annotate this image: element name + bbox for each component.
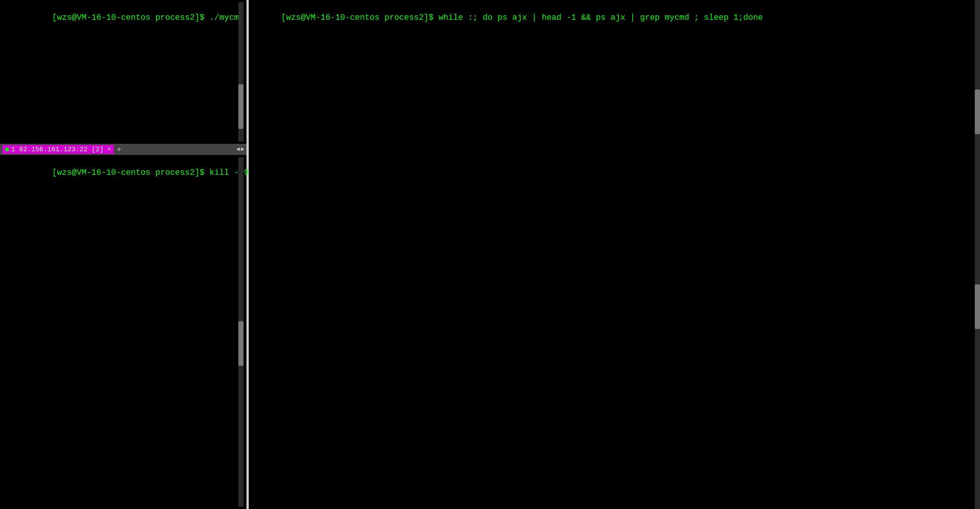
tab-active-dot — [5, 148, 9, 151]
left-top-scrollbar-thumb[interactable] — [238, 84, 243, 129]
left-bottom-terminal-text: [wzs@VM-16-10-centos process2]$ kill -19 — [3, 157, 243, 188]
tab-close-button[interactable]: × — [107, 146, 111, 153]
left-top-scrollbar[interactable] — [238, 2, 243, 142]
arrow-left-icon[interactable]: ◄ — [236, 146, 240, 153]
right-pane-scrollbar-bottom[interactable] — [975, 254, 980, 509]
left-bottom-scrollbar[interactable] — [238, 157, 243, 507]
right-pane-scrollbar-top[interactable] — [975, 0, 980, 254]
left-pane: [wzs@VM-16-10-centos process2]$ ./mycmd … — [0, 0, 249, 509]
right-pane-scrollbar-thumb-bottom[interactable] — [975, 284, 980, 329]
left-bottom-scrollbar-thumb[interactable] — [238, 321, 243, 366]
left-bottom-prompt: [wzs@VM-16-10-centos process2]$ kill -19 — [52, 168, 254, 177]
tab-add-button[interactable]: + — [115, 145, 123, 154]
left-top-terminal-text: [wzs@VM-16-10-centos process2]$ ./mycmd — [3, 2, 243, 34]
left-top-prompt: [wzs@VM-16-10-centos process2]$ ./mycmd — [52, 13, 249, 22]
tab-label: 1 82.156.161.123:22 [2] — [11, 146, 103, 153]
arrow-right-icon[interactable]: ► — [240, 146, 244, 153]
main-container: [wzs@VM-16-10-centos process2]$ ./mycmd … — [0, 0, 980, 509]
tmux-tab-bar: 1 82.156.161.123:22 [2] × + ◄ ► — [0, 144, 247, 155]
tmux-nav-arrows: ◄ ► — [236, 146, 244, 153]
right-pane-scrollbar-thumb-top[interactable] — [975, 89, 980, 134]
right-pane[interactable]: [wzs@VM-16-10-centos process2]$ while :;… — [249, 0, 980, 509]
tmux-tab-1[interactable]: 1 82.156.161.123:22 [2] × — [2, 145, 114, 154]
right-pane-prompt: [wzs@VM-16-10-centos process2]$ while :;… — [281, 13, 763, 22]
right-pane-terminal-text: [wzs@VM-16-10-centos process2]$ while :;… — [252, 2, 977, 34]
left-bottom-terminal[interactable]: [wzs@VM-16-10-centos process2]$ kill -19 — [0, 155, 247, 509]
left-top-terminal[interactable]: [wzs@VM-16-10-centos process2]$ ./mycmd — [0, 0, 247, 144]
